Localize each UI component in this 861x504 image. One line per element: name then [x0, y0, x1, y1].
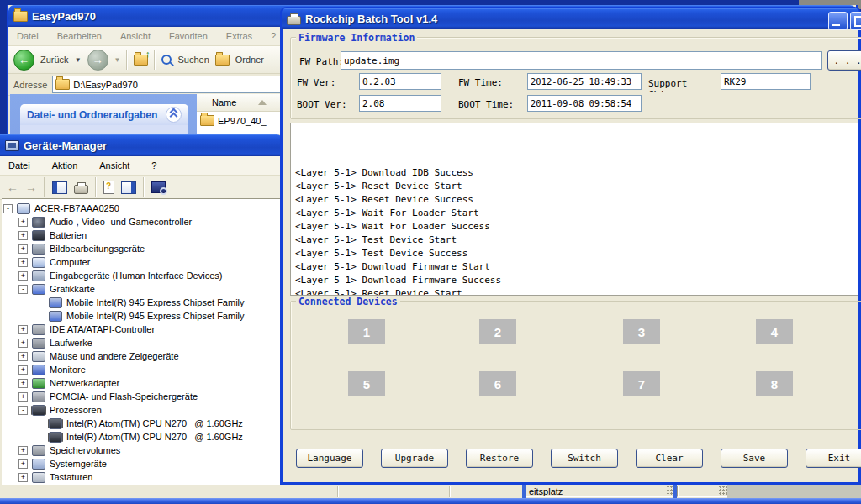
- back-dropdown-icon[interactable]: ▼: [75, 56, 82, 64]
- up-folder-icon[interactable]: ↑: [134, 55, 148, 66]
- folder-icon: [13, 11, 28, 22]
- device-slot: 4: [756, 319, 793, 344]
- device-manager-app-icon: [5, 140, 19, 151]
- device-tree-label: Batterien: [50, 230, 87, 240]
- menu-item[interactable]: ?: [151, 160, 156, 171]
- boot-time-input[interactable]: 2011-09-08 09:58:54: [527, 95, 642, 112]
- device-tree-row[interactable]: Intel(R) Atom(TM) CPU N270 @ 1.60GHz: [2, 417, 283, 430]
- menu-item[interactable]: ?: [271, 31, 276, 41]
- forward-arrow-icon[interactable]: →: [25, 181, 37, 194]
- display-icon: [49, 311, 62, 322]
- device-tree-row[interactable]: - ACER-FB7AAA0250: [2, 202, 283, 215]
- boot-ver-label: BOOT Ver:: [297, 99, 347, 110]
- device-tree-row[interactable]: + IDE ATA/ATAPI-Controller: [2, 323, 283, 336]
- action-button[interactable]: Save: [721, 449, 788, 468]
- device-tree-row[interactable]: - Prozessoren: [2, 403, 283, 417]
- device-tree-row[interactable]: + Systemgeräte: [2, 457, 283, 470]
- forward-dropdown-icon[interactable]: ▼: [114, 56, 121, 64]
- chevron-up-icon[interactable]: [166, 107, 182, 123]
- action-button[interactable]: Upgrade: [381, 449, 448, 468]
- device-tree-row[interactable]: + Bildbearbeitungsgeräte: [2, 242, 283, 255]
- minimize-button[interactable]: [828, 12, 848, 30]
- device-tree-row[interactable]: Intel(R) Atom(TM) CPU N270 @ 1.60GHz: [2, 430, 283, 444]
- device-tree-row[interactable]: + Computer: [2, 255, 283, 269]
- tree-expander[interactable]: +: [18, 379, 28, 388]
- tree-expander[interactable]: +: [18, 473, 28, 482]
- folders-button-label[interactable]: Ordner: [235, 55, 264, 65]
- device-tree-row[interactable]: + Monitore: [2, 363, 283, 376]
- action-button[interactable]: Language: [296, 449, 363, 468]
- menu-item[interactable]: Favoriten: [169, 31, 208, 41]
- show-pane-icon[interactable]: [121, 181, 136, 194]
- tree-expander[interactable]: +: [18, 352, 28, 361]
- tree-expander[interactable]: -: [18, 285, 28, 294]
- fw-path-input[interactable]: update.img: [341, 51, 822, 70]
- tree-expander[interactable]: +: [18, 339, 28, 348]
- tree-expander[interactable]: +: [18, 218, 28, 227]
- maximize-button[interactable]: [850, 12, 861, 30]
- device-tree-label: Laufwerke: [50, 338, 92, 348]
- browse-button[interactable]: . . .: [827, 50, 861, 71]
- tree-expander[interactable]: +: [18, 392, 28, 402]
- device-tree-row[interactable]: + PCMCIA- und Flash-Speichergeräte: [2, 390, 283, 403]
- back-icon[interactable]: ←: [13, 50, 34, 71]
- menu-item[interactable]: Extras: [226, 31, 252, 41]
- device-tree-row[interactable]: Mobile Intel(R) 945 Express Chipset Fami…: [2, 296, 283, 309]
- print-icon[interactable]: [74, 185, 88, 194]
- toolbar-separator: [126, 50, 128, 70]
- device-tree-row[interactable]: + Mäuse und andere Zeigegeräte: [2, 349, 283, 363]
- menu-item[interactable]: Datei: [8, 160, 30, 171]
- menu-item[interactable]: Bearbeiten: [57, 31, 102, 41]
- menu-item[interactable]: Ansicht: [120, 31, 151, 41]
- support-chip-input[interactable]: RK29: [721, 73, 811, 90]
- action-button[interactable]: Restore: [466, 449, 533, 468]
- fw-time-input[interactable]: 2012-06-25 18:49:33: [527, 73, 642, 90]
- menu-item[interactable]: Aktion: [52, 160, 78, 171]
- folder-icon: [55, 79, 70, 90]
- properties-help-icon[interactable]: [103, 181, 114, 194]
- tree-expander[interactable]: +: [18, 365, 28, 375]
- log-output[interactable]: <Layer 5-1> Download IDB Success<Layer 5…: [290, 123, 858, 296]
- device-manager-menubar: DateiAktionAnsicht?: [0, 156, 283, 176]
- tree-expander[interactable]: +: [18, 325, 28, 334]
- device-tree-row[interactable]: Mobile Intel(R) 945 Express Chipset Fami…: [2, 309, 283, 323]
- firmware-group-title: Firmware Information: [296, 32, 417, 44]
- forward-icon[interactable]: →: [87, 50, 108, 71]
- tree-expander[interactable]: -: [18, 406, 28, 415]
- device-tree-row[interactable]: - Grafikkarte: [2, 282, 283, 296]
- device-manager-titlebar[interactable]: Geräte-Manager: [0, 134, 283, 156]
- tree-expander[interactable]: +: [18, 244, 28, 254]
- console-tree-icon[interactable]: [52, 181, 67, 194]
- tree-expander[interactable]: +: [18, 271, 28, 281]
- menu-item[interactable]: Ansicht: [99, 160, 129, 171]
- device-tree-row[interactable]: + Tastaturen: [2, 470, 283, 484]
- boot-ver-input[interactable]: 2.08: [359, 95, 441, 112]
- device-tree-row[interactable]: + Batterien: [2, 228, 283, 242]
- device-tree-row[interactable]: + Audio-, Video- und Gamecontroller: [2, 215, 283, 228]
- scan-hardware-icon[interactable]: [151, 181, 166, 193]
- folders-view-icon[interactable]: [215, 55, 230, 66]
- tree-expander[interactable]: +: [18, 446, 28, 455]
- tree-expander[interactable]: +: [18, 231, 28, 240]
- back-button-label[interactable]: Zurück: [40, 55, 69, 65]
- device-tree-row[interactable]: + Speichervolumes: [2, 444, 283, 457]
- device-tree-label: Prozessoren: [50, 405, 102, 415]
- search-button-label[interactable]: Suchen: [177, 55, 209, 65]
- statusbar-gray-section: [727, 485, 861, 498]
- tree-expander[interactable]: -: [3, 204, 13, 213]
- back-arrow-icon[interactable]: ←: [7, 181, 18, 194]
- device-tree-row[interactable]: + Netzwerkadapter: [2, 376, 283, 390]
- fw-ver-input[interactable]: 0.2.03: [359, 73, 441, 90]
- tree-expander[interactable]: +: [18, 459, 28, 469]
- device-tree-row[interactable]: + Laufwerke: [2, 336, 283, 349]
- address-label: Adresse: [13, 80, 47, 90]
- tree-expander[interactable]: +: [18, 258, 28, 267]
- action-button[interactable]: Clear: [636, 449, 703, 468]
- task-pane-header[interactable]: Datei- und Ordneraufgaben: [20, 104, 188, 125]
- device-tree-row[interactable]: + Eingabegeräte (Human Interface Devices…: [2, 269, 283, 282]
- rockchip-titlebar[interactable]: Rockchip Batch Tool v1.4: [282, 8, 859, 29]
- action-button[interactable]: Exit: [806, 449, 861, 468]
- menu-item[interactable]: Datei: [17, 31, 39, 41]
- action-button[interactable]: Switch: [551, 449, 618, 468]
- search-icon[interactable]: [161, 55, 172, 65]
